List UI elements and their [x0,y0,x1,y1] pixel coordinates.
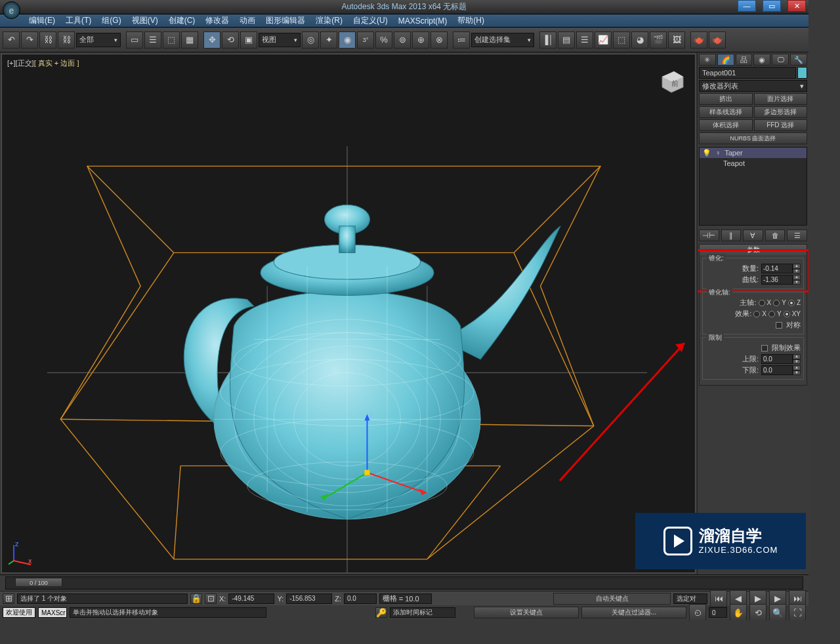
menu-help[interactable]: 帮助(H) [452,15,490,26]
nav-orbit[interactable]: ⟲ [749,604,766,620]
close-button[interactable]: ✕ [788,0,806,12]
render-prod[interactable]: 🫖 [690,31,707,49]
curve-input[interactable] [761,275,793,285]
motion-tab[interactable]: ◉ [753,54,770,66]
curve-editor-button[interactable]: 📈 [595,31,612,49]
snap-axis[interactable]: ⊗ [430,31,448,49]
lock-icon[interactable]: ⊞ [3,594,14,604]
time-config[interactable]: ⏲ [689,604,706,620]
time-slider[interactable]: 0 / 100 [15,578,62,587]
key-filter-button[interactable]: 关键点过滤器... [581,607,686,618]
menu-view[interactable]: 视图(V) [127,15,163,26]
object-name-input[interactable] [699,67,796,79]
menu-animation[interactable]: 动画 [234,15,261,26]
show-end[interactable]: ∥ [721,230,742,241]
coord-z[interactable]: 0.0 [344,594,377,604]
redo-button[interactable]: ↷ [21,31,38,49]
curve-down[interactable]: ▼ [793,280,801,285]
scale-button[interactable]: ▣ [240,31,257,49]
maxscript-tab[interactable]: MAXScr [38,607,67,618]
add-time-tag[interactable]: 添加时间标记 [390,607,455,618]
modifier-stack[interactable]: 💡♀Taper Teapot [699,147,807,226]
render-last[interactable]: 🫖 [709,31,726,49]
viewport[interactable]: [+][正交][ 真实 + 边面 ] 前 [1,54,696,573]
key-sel-set[interactable]: 选定对 [673,594,707,604]
named-sets[interactable]: ≔ [453,31,470,49]
pivot-button[interactable]: ◎ [302,31,319,49]
render-frame[interactable]: 🖼 [668,31,685,49]
menu-group[interactable]: 组(G) [96,15,126,26]
upper-input[interactable] [761,354,793,364]
limit-effect-check[interactable] [761,345,768,352]
nav-zoom[interactable]: 🔍 [769,604,786,620]
effect-xy[interactable] [784,311,790,317]
nav-pan[interactable]: ✋ [730,604,747,620]
make-unique[interactable]: ∀ [743,230,763,241]
btn-patch-select[interactable]: 面片选择 [754,93,808,105]
utilities-tab[interactable]: 🔧 [790,54,807,66]
layers-button[interactable]: ☰ [576,31,593,49]
snap-toggle[interactable]: ◉ [339,31,356,49]
menu-render[interactable]: 渲染(R) [310,15,348,26]
rotate-button[interactable]: ⟲ [222,31,239,49]
auto-key-button[interactable]: 自动关键点 [553,593,671,605]
align-button[interactable]: ▤ [558,31,575,49]
goto-start[interactable]: ⏮ [710,590,727,607]
link-button[interactable]: ⛓ [39,31,56,49]
percent-snap[interactable]: % [375,31,392,49]
set-key-button[interactable]: 设置关键点 [474,607,579,618]
amount-input[interactable] [761,264,793,273]
menu-edit[interactable]: 编辑(E) [24,15,60,26]
object-color-swatch[interactable] [797,67,807,79]
amount-down[interactable]: ▼ [793,269,801,274]
menu-modifier[interactable]: 修改器 [200,15,234,26]
material-editor[interactable]: ◕ [631,31,648,49]
pin-stack[interactable]: ⊣⊢ [699,230,719,241]
manipulate-button[interactable]: ✦ [320,31,337,49]
btn-extrude[interactable]: 挤出 [699,93,753,105]
btn-ffd-select[interactable]: FFD 选择 [754,119,808,131]
lock-selection[interactable]: 🔒 [190,594,202,604]
stack-taper[interactable]: 💡♀Taper [700,148,807,158]
btn-nurbs-select[interactable]: NURBS 曲面选择 [699,132,807,144]
time-slider-track[interactable]: 0 / 100 [5,576,803,590]
btn-spline-select[interactable]: 样条线选择 [699,106,753,118]
app-icon[interactable]: e [3,1,20,19]
menu-tools[interactable]: 工具(T) [60,15,96,26]
unlink-button[interactable]: ⛓ [58,31,75,49]
move-button[interactable]: ✥ [203,31,220,49]
render-setup[interactable]: 🎬 [650,31,667,49]
selection-filter[interactable]: 全部 [76,33,121,47]
coord-x[interactable]: -49.145 [228,594,274,604]
effect-x[interactable] [753,311,760,317]
symmetry-check[interactable] [776,322,782,329]
primary-x[interactable] [759,300,765,306]
menu-customize[interactable]: 自定义(U) [348,15,393,26]
curve-up[interactable]: ▲ [793,275,801,280]
select-name-button[interactable]: ☰ [144,31,161,49]
stack-teapot[interactable]: Teapot [700,158,807,169]
menu-create[interactable]: 创建(C) [163,15,201,26]
nav-max[interactable]: ⛶ [789,604,806,620]
time-tag-icon[interactable]: 🔑 [375,607,387,618]
primary-y[interactable] [773,300,780,306]
abs-mode[interactable]: ⊡ [205,594,217,604]
spinner-snap[interactable]: ⊚ [394,31,411,49]
menu-grapheditor[interactable]: 图形编辑器 [261,15,310,26]
primary-z[interactable] [788,300,795,306]
display-tab[interactable]: 🖵 [772,54,789,66]
coord-y[interactable]: -156.853 [286,594,332,604]
snap-options[interactable]: ⊕ [412,31,429,49]
create-selection-set[interactable]: 创建选择集 [471,33,534,47]
window-crossing-button[interactable]: ▦ [181,31,198,49]
welcome-tab[interactable]: 欢迎使用 [3,607,35,618]
angle-snap[interactable]: 3° [357,31,374,49]
remove-mod[interactable]: 🗑 [765,230,786,241]
menu-maxscript[interactable]: MAXScript(M) [393,16,453,26]
rect-select-button[interactable]: ⬚ [163,31,180,49]
maximize-button[interactable]: ▭ [763,0,781,12]
effect-y[interactable] [768,311,775,317]
minimize-button[interactable]: — [738,0,756,12]
btn-vol-select[interactable]: 体积选择 [699,119,753,131]
modifier-list[interactable]: 修改器列表▾ [699,80,807,92]
